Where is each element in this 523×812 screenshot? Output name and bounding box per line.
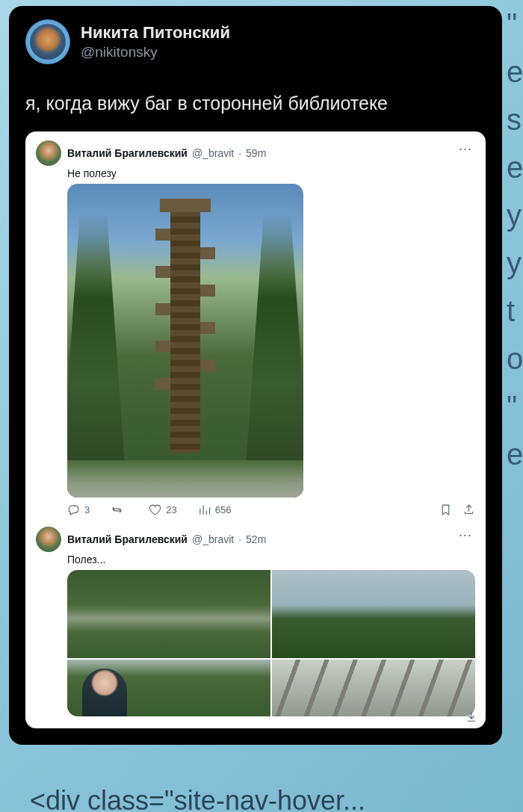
retweet-button[interactable] [111,503,128,516]
heart-icon [149,503,161,516]
outer-author-avatar[interactable] [25,19,70,64]
quoted-time: 59m [246,147,266,159]
download-icon [465,710,478,724]
quoted-author-handle: @_bravit [192,147,234,159]
quoted-tweet-1[interactable]: Виталий Брагилевский @_bravit · 59m ··· … [36,140,475,521]
quoted-tweet-1-image[interactable] [67,184,303,498]
download-button[interactable] [465,710,478,727]
share-button[interactable] [462,503,475,516]
quoted-tweet-2-header: Виталий Брагилевский @_bravit · 52m ··· [36,527,475,552]
views-icon [198,503,211,516]
quoted-tweet-2-image-2[interactable] [272,570,475,658]
quoted-author-name: Виталий Брагилевский [67,533,188,545]
quoted-tweet-1-actions: 3 23 656 [67,498,475,521]
views-button[interactable]: 656 [198,503,232,516]
bookmark-button[interactable] [439,503,452,516]
background-bottom-text: <div class="site-nav-hover... [30,785,365,812]
outer-author-name: Никита Питонский [81,22,230,43]
outer-author-handle: @nikitonsky [81,43,230,61]
outer-author-block[interactable]: Никита Питонский @nikitonsky [81,22,230,61]
bookmark-icon [439,503,452,516]
quoted-tweet-2-body: Полез... [67,554,475,565]
outer-tweet-body: я, когда вижу баг в сторонней библиотеке [9,64,502,131]
quoted-tweet-2-image-1[interactable] [67,570,270,658]
more-icon[interactable]: ··· [456,140,475,157]
quoted-author-name: Виталий Брагилевский [67,147,188,159]
quoted-author-avatar[interactable] [36,140,61,166]
quoted-tweet-1-body: Не полезу [67,167,475,179]
quoted-tweet-2-image-3[interactable] [67,660,270,716]
reply-icon [67,503,80,516]
quoted-tweet-2-image-grid [67,570,475,716]
outer-tweet-header: Никита Питонский @nikitonsky [9,19,502,64]
retweet-icon [111,503,123,516]
quoted-author-avatar[interactable] [36,527,61,552]
more-icon[interactable]: ··· [456,527,475,543]
quoted-tweet-1-header: Виталий Брагилевский @_bravit · 59m ··· [36,140,475,166]
background-edge-text: " e s e y y t o " e [507,0,523,812]
quoted-author-handle: @_bravit [192,533,234,545]
reply-button[interactable]: 3 [67,503,90,516]
outer-tweet-card[interactable]: Никита Питонский @nikitonsky я, когда ви… [9,6,502,745]
quoted-tweets-container: Виталий Брагилевский @_bravit · 59m ··· … [25,131,486,728]
like-button[interactable]: 23 [149,503,176,516]
quoted-tweet-2-image-4[interactable] [272,660,475,716]
quoted-tweet-2[interactable]: Виталий Брагилевский @_bravit · 52m ··· … [36,527,475,716]
share-icon [462,503,475,516]
quoted-time: 52m [246,533,266,545]
